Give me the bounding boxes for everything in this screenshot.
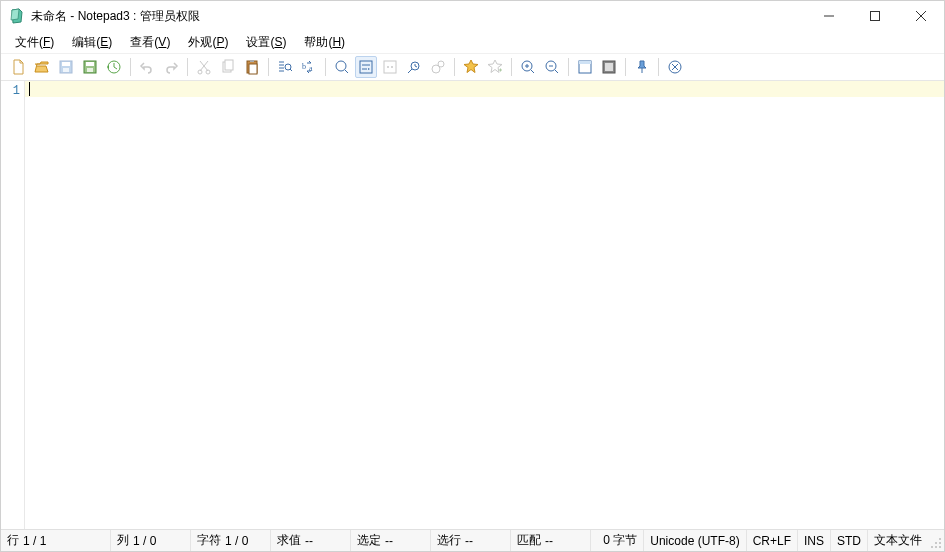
menu-settings[interactable]: 设置(S) [238,32,294,53]
redo-button[interactable] [160,56,182,78]
svg-point-37 [935,546,937,548]
undo-button[interactable] [136,56,158,78]
word-wrap-button[interactable] [355,56,377,78]
whitespace-icon [382,59,398,75]
toolbar-separator [454,58,455,76]
cancel-button[interactable] [664,56,686,78]
toolbar-separator [130,58,131,76]
svg-rect-2 [62,62,70,66]
statusbar: 行1 / 1 列1 / 0 字符1 / 0 求值-- 选定-- 选行-- 匹配-… [1,529,944,551]
zoom-button[interactable] [331,56,353,78]
paste-icon [244,59,260,75]
status-encoding[interactable]: Unicode (UTF-8) [644,530,746,551]
svg-point-36 [931,546,933,548]
star-add-icon [487,59,503,75]
menubar: 文件(F) 编辑(E) 查看(V) 外观(P) 设置(S) 帮助(H) [1,31,944,53]
status-eol[interactable]: CR+LF [747,530,798,551]
toolbar: ba [1,53,944,81]
paste-button[interactable] [241,56,263,78]
cancel-icon [667,59,683,75]
tool-icon [430,59,446,75]
save-icon [58,59,74,75]
menu-view[interactable]: 查看(V) [122,32,178,53]
save-as-button[interactable] [79,56,101,78]
cut-icon [196,59,212,75]
word-wrap-icon [358,59,374,75]
status-selection[interactable]: 选定-- [351,530,431,551]
open-icon [34,59,50,75]
window-title: 未命名 - Notepad3 : 管理员权限 [31,8,200,25]
replace-button[interactable]: ba [298,56,320,78]
recent-files-button[interactable] [103,56,125,78]
open-file-button[interactable] [31,56,53,78]
save-as-icon [82,59,98,75]
customize-button[interactable] [598,56,620,78]
cut-button[interactable] [193,56,215,78]
favorite-button[interactable] [460,56,482,78]
find-button[interactable] [274,56,296,78]
svg-point-22 [391,66,393,68]
status-sel-lines[interactable]: 选行-- [431,530,511,551]
line-number: 1 [1,83,20,99]
svg-rect-19 [360,61,372,73]
toolbar-separator [568,58,569,76]
text-editor[interactable] [25,81,944,529]
resize-grip[interactable] [928,530,944,551]
caret [29,82,30,96]
save-button[interactable] [55,56,77,78]
goto-line-button[interactable] [403,56,425,78]
status-insert-mode[interactable]: INS [798,530,831,551]
svg-rect-14 [250,60,254,62]
close-button[interactable] [898,1,944,31]
replace-icon: ba [301,59,317,75]
svg-point-18 [336,61,346,71]
text-content[interactable] [25,81,944,529]
menu-appearance[interactable]: 外观(P) [180,32,236,53]
svg-text:a: a [309,64,313,73]
status-std[interactable]: STD [831,530,868,551]
undo-icon [139,59,155,75]
toggle-whitespace-button[interactable] [379,56,401,78]
recent-icon [106,59,122,75]
pin-button[interactable] [631,56,653,78]
find-icon [277,59,293,75]
toggle-tool-button[interactable] [427,56,449,78]
toolbar-separator [268,58,269,76]
status-column[interactable]: 列1 / 0 [111,530,191,551]
status-line[interactable]: 行1 / 1 [1,530,111,551]
status-size[interactable]: 0 字节 [597,530,644,551]
svg-point-38 [939,546,941,548]
svg-point-21 [387,66,389,68]
status-filetype[interactable]: 文本文件 [868,530,928,551]
svg-point-34 [935,542,937,544]
status-char[interactable]: 字符1 / 0 [191,530,271,551]
maximize-button[interactable] [852,1,898,31]
svg-rect-5 [86,62,94,66]
add-favorite-button[interactable] [484,56,506,78]
svg-rect-29 [579,61,591,64]
scheme-button[interactable] [574,56,596,78]
scheme-icon [577,59,593,75]
status-eval[interactable]: 求值-- [271,530,351,551]
toolbar-separator [658,58,659,76]
svg-rect-13 [249,64,257,74]
menu-help[interactable]: 帮助(H) [296,32,353,53]
zoom-in-button[interactable] [517,56,539,78]
zoom-in-icon [520,59,536,75]
toolbar-separator [511,58,512,76]
svg-rect-11 [225,60,233,70]
copy-button[interactable] [217,56,239,78]
redo-icon [163,59,179,75]
new-file-button[interactable] [7,56,29,78]
zoom-out-button[interactable] [541,56,563,78]
toolbar-separator [625,58,626,76]
status-match[interactable]: 匹配-- [511,530,591,551]
line-number-gutter: 1 [1,81,25,529]
minimize-button[interactable] [806,1,852,31]
editor-area: 1 [1,81,944,529]
menu-edit[interactable]: 编辑(E) [64,32,120,53]
svg-point-35 [939,542,941,544]
svg-text:b: b [302,62,306,71]
menu-file[interactable]: 文件(F) [7,32,62,53]
svg-point-33 [939,538,941,540]
